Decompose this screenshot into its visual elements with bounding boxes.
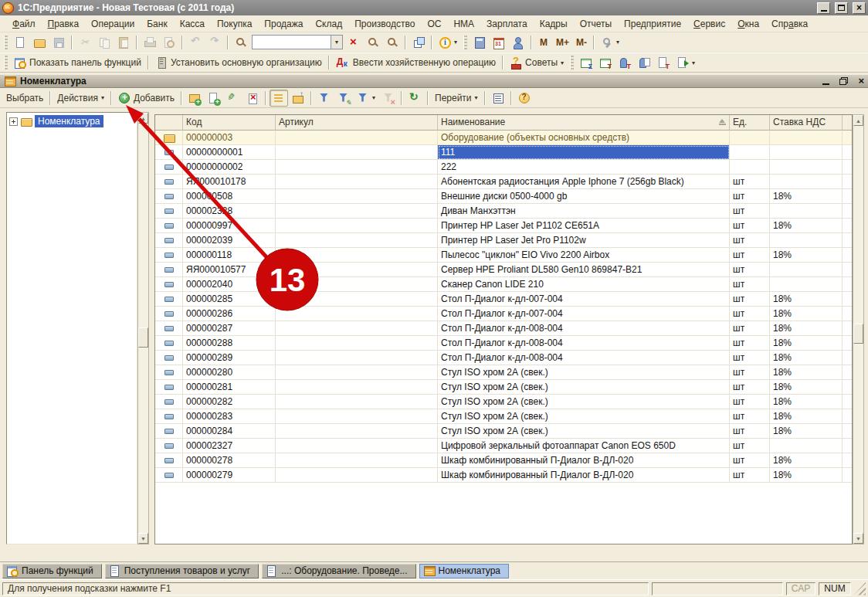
unit-cell[interactable]: шт [730,277,770,292]
unit-cell[interactable]: шт [730,336,770,351]
article-cell[interactable] [276,131,438,145]
vat-cell[interactable]: 18% [770,336,843,351]
name-cell[interactable]: Принтер HP Laser Jet Pro P1102w [438,233,730,248]
menu-item[interactable]: Предприятие [618,17,687,31]
code-cell[interactable]: 000000280 [183,365,276,380]
table-row[interactable]: 000000281Стул ISO хром 2А (свек.)шт18% [155,380,852,395]
article-cell[interactable] [276,204,438,219]
table-row[interactable]: 000000282Стул ISO хром 2А (свек.)шт18% [155,395,852,409]
unit-cell[interactable]: шт [730,263,770,277]
resize-grip[interactable] [854,582,866,595]
vat-cell[interactable]: 18% [770,351,843,365]
table-row[interactable]: 000002040Сканер Canon LIDE 210шт [155,277,852,292]
code-cell[interactable]: 000000281 [183,380,276,395]
scroll-up-icon[interactable]: ▲ [138,113,148,124]
enter-business-operation-button[interactable]: Ввести хозяйственную операцию [333,54,499,71]
name-cell[interactable]: Сервер HPE Proliant DL580 Gen10 869847-B… [438,263,730,277]
table-row[interactable]: 000000288Стол П-Диалог к-дл-008-004шт18% [155,336,852,351]
name-cell[interactable]: Внешние диски 0500-4000 gb [438,189,730,204]
unit-cell[interactable]: шт [730,233,770,248]
unit-cell[interactable]: шт [730,351,770,365]
menu-item[interactable]: НМА [447,17,480,31]
table-row[interactable]: 000000280Стул ISO хром 2А (свек.)шт18% [155,365,852,380]
vat-cell[interactable] [770,160,843,175]
taskbar-tab[interactable]: Панель функций [2,564,102,578]
unit-cell[interactable]: шт [730,307,770,321]
article-cell[interactable] [276,468,438,483]
name-cell[interactable]: Шкаф комбинированный П-Диалог В-ДЛ-020 [438,453,730,468]
code-cell[interactable]: ЯЯ000010577 [183,263,276,277]
tree-node[interactable]: Номенклатура [8,114,135,128]
name-cell[interactable]: Стул ISO хром 2А (свек.) [438,395,730,409]
add-group-icon[interactable] [185,90,204,107]
code-cell[interactable]: 00000000001 [183,145,276,160]
unit-cell[interactable]: шт [730,439,770,453]
minimize-button[interactable] [817,2,830,14]
name-cell[interactable]: Диван Манхэттэн [438,204,730,219]
name-cell[interactable]: Стул ISO хром 2А (свек.) [438,365,730,380]
article-cell[interactable] [276,233,438,248]
article-cell[interactable] [276,307,438,321]
code-cell[interactable]: 000000284 [183,424,276,439]
article-cell[interactable] [276,160,438,175]
column-header-icon[interactable] [155,115,183,131]
report-export-icon[interactable]: ▾ [673,54,698,71]
find-previous-icon[interactable] [383,34,402,51]
article-cell[interactable] [276,453,438,468]
filter-set-icon[interactable] [315,90,334,107]
vat-cell[interactable] [770,131,843,145]
code-cell[interactable]: 000000508 [183,189,276,204]
unit-cell[interactable]: шт [730,380,770,395]
unit-cell[interactable]: шт [730,321,770,336]
expand-icon[interactable] [9,117,18,126]
service-settings-icon[interactable]: ▾ [598,34,622,51]
table-row[interactable]: 000000284Стул ISO хром 2А (свек.)шт18% [155,424,852,439]
vat-cell[interactable] [770,204,843,219]
name-cell[interactable]: Пылесос "циклон" EIO Vivo 2200 Airbox [438,248,730,263]
cut-icon[interactable] [76,34,94,51]
scrollbar-thumb[interactable] [138,327,148,348]
menu-item[interactable]: Сервис [687,17,731,31]
code-cell[interactable]: 000000283 [183,409,276,424]
table-row[interactable]: ЯЯ000010178Абонентская радиостанция Appl… [155,175,852,189]
unit-cell[interactable]: шт [730,204,770,219]
unit-cell[interactable]: шт [730,189,770,204]
article-cell[interactable] [276,336,438,351]
vat-cell[interactable]: 18% [770,424,843,439]
vat-cell[interactable]: 18% [770,307,843,321]
name-cell[interactable]: Стул ISO хром 2А (свек.) [438,409,730,424]
article-cell[interactable] [276,263,438,277]
vat-cell[interactable]: 18% [770,380,843,395]
taskbar-tab[interactable]: ...: Оборудование. Проведе... [262,564,415,578]
menu-item[interactable]: Склад [309,17,348,31]
table-row[interactable]: 000000283Стул ISO хром 2А (свек.)шт18% [155,409,852,424]
actions-button[interactable]: Действия▾ [54,90,107,107]
tree-scrollbar[interactable]: ▲ ▼ [137,112,149,544]
unit-cell[interactable]: шт [730,424,770,439]
table-row[interactable]: 000000997Принтер HP Laser Jet P1102 CE65… [155,219,852,233]
hierarchy-view-icon[interactable] [270,90,288,107]
combo-dropdown-icon[interactable]: ▾ [331,36,342,49]
menu-item[interactable]: Покупка [211,17,258,31]
filter-menu-icon[interactable]: ▾ [354,90,378,107]
code-cell[interactable]: 000002039 [183,233,276,248]
set-main-organization-button[interactable]: Установить основную организацию [152,54,325,71]
clear-search-icon[interactable] [344,34,363,51]
name-cell[interactable]: Сканер Canon LIDE 210 [438,277,730,292]
name-cell[interactable]: Стол П-Диалог к-дл-007-004 [438,307,730,321]
vat-cell[interactable] [770,175,843,189]
vat-cell[interactable] [770,145,843,160]
unit-cell[interactable] [730,160,770,175]
print-preview-icon[interactable] [160,34,178,51]
code-cell[interactable]: 000002328 [183,204,276,219]
menu-item[interactable]: ОС [421,17,447,31]
toolbar-grip[interactable] [570,56,574,70]
name-cell[interactable]: Стул ISO хром 2А (свек.) [438,380,730,395]
unit-cell[interactable]: шт [730,409,770,424]
column-header-unit[interactable]: Ед. [730,115,770,131]
name-cell[interactable]: 222 [438,160,730,175]
table-row[interactable]: 000000003Оборудование (объекты основных … [155,131,852,145]
table-row[interactable]: 000000286Стол П-Диалог к-дл-007-004шт18% [155,307,852,321]
calendar-icon[interactable] [490,34,508,51]
toolbar-grip[interactable] [463,36,467,49]
